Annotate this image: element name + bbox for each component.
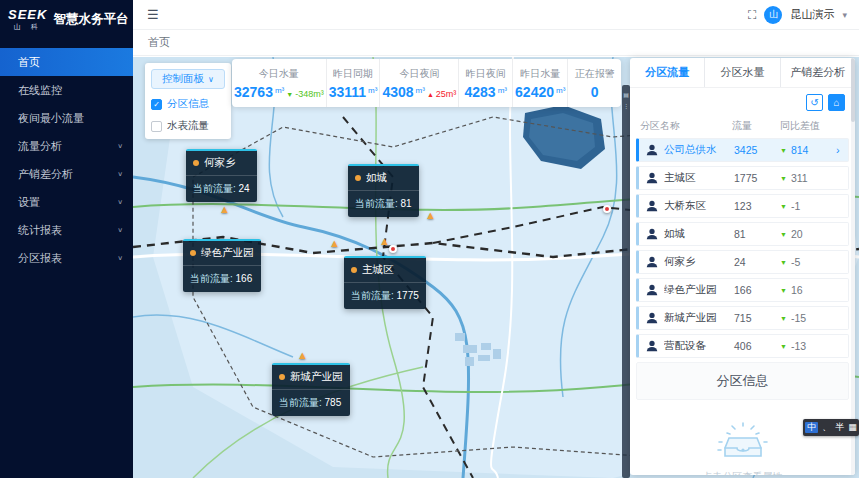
stat-value: 33111 <box>329 84 366 100</box>
table-row[interactable]: 新城产业园 715 ▼ -15 <box>636 306 849 330</box>
sidebar-item[interactable]: 分区报表 ∨ <box>0 244 133 272</box>
stat-value: 4283 <box>464 84 495 100</box>
sidebar-item[interactable]: 流量分析 ∨ <box>0 132 133 160</box>
map-callout[interactable]: 新城产业园 当前流量: 785 <box>272 363 350 416</box>
ime-toolbar[interactable]: 中 、 半 ▦ <box>803 419 859 436</box>
collapse-sidebar-icon[interactable]: ☰ <box>147 7 159 22</box>
zone-name: 主城区 <box>362 263 394 277</box>
metric-label: 当前流量: <box>279 397 322 408</box>
arrow-down-icon: ▼ <box>780 287 787 294</box>
stat-label: 今日水量 <box>259 67 299 81</box>
zone-name: 大桥东区 <box>664 199 734 213</box>
zone-user-icon <box>645 143 659 157</box>
panel-tab[interactable]: 分区流量 <box>630 58 704 87</box>
zone-name: 绿色产业园 <box>201 246 254 260</box>
zone-flow: 24 <box>734 256 780 268</box>
breadcrumb[interactable]: 首页 <box>133 30 859 56</box>
zone-flow: 123 <box>734 200 780 212</box>
map-marker-icon[interactable]: ▲ <box>297 349 308 361</box>
dot-icon <box>351 267 357 273</box>
map-marker-icon[interactable]: ▲ <box>379 235 390 247</box>
panel-tab[interactable]: 分区水量 <box>704 58 779 87</box>
metric-value: 1775 <box>397 290 419 301</box>
avatar[interactable]: 山 <box>764 6 782 24</box>
sidebar: SEEK 山 科 智慧水务平台 首页 在线监控 夜间最小流量 <box>0 0 133 478</box>
scrollbar-thumb[interactable] <box>851 58 855 122</box>
zone-diff: 311 <box>791 172 808 184</box>
sidebar-item-label: 产销差分析 <box>18 167 73 182</box>
arrow-down-icon: ▼ <box>780 203 787 210</box>
undo-button[interactable]: ↺ <box>806 94 823 111</box>
sidebar-item-label: 首页 <box>18 55 40 70</box>
zone-diff: 814 <box>791 144 809 156</box>
map-marker-icon[interactable]: ▲ <box>219 203 230 215</box>
zone-user-icon <box>645 171 659 185</box>
arrow-down-icon: ▼ <box>780 343 787 350</box>
main-area: ☰ ⛶ 山 昆山演示 ▾ 首页 <box>133 0 859 478</box>
chevron-right-icon: › <box>836 144 848 156</box>
panel-tabs: 分区流量 分区水量 产销差分析 <box>630 58 855 88</box>
map-callout[interactable]: 绿色产业园 当前流量: 166 <box>183 239 261 292</box>
ime-keyboard-icon[interactable]: ▦ <box>848 423 857 432</box>
table-row[interactable]: 绿色产业园 166 ▼ 16 <box>636 278 849 302</box>
map-control-panel: 控制面板 ∨ 分区信息 水表流量 <box>145 63 231 139</box>
empty-state-caption: 点击分区查看属性 <box>703 470 783 475</box>
panel-scrollbar[interactable] <box>851 58 855 475</box>
metric-label: 当前流量: <box>351 290 394 301</box>
app-title: 智慧水务平台 <box>53 11 128 28</box>
sidebar-item[interactable]: 首页 <box>0 48 133 76</box>
stat-unit: m³ <box>275 86 284 95</box>
metric-label: 当前流量: <box>190 273 233 284</box>
metric-value: 785 <box>325 397 342 408</box>
stat-card: 昨日同期 33111m³ <box>327 59 381 107</box>
sidebar-item[interactable]: 在线监控 <box>0 76 133 104</box>
layer-drawer-handle[interactable]: ▤ ⋮ <box>622 85 630 478</box>
user-name[interactable]: 昆山演示 <box>790 7 834 22</box>
table-row[interactable]: 何家乡 24 ▼ -5 <box>636 250 849 274</box>
sidebar-item[interactable]: 产销差分析 ∨ <box>0 160 133 188</box>
map-callout[interactable]: 主城区 当前流量: 1775 <box>344 256 426 309</box>
dot-icon <box>193 160 199 166</box>
home-icon: ⌂ <box>833 97 839 108</box>
table-row[interactable]: 如城 81 ▼ 20 <box>636 222 849 246</box>
arrow-down-icon: ▼ <box>780 315 787 322</box>
ime-width-button[interactable]: 半 <box>835 423 844 432</box>
top-bar: ☰ ⛶ 山 昆山演示 ▾ <box>133 0 859 30</box>
sidebar-item[interactable]: 设置 ∨ <box>0 188 133 216</box>
panel-tab[interactable]: 产销差分析 <box>780 58 855 87</box>
checkbox-icon <box>151 99 162 110</box>
zone-diff: 20 <box>791 228 803 240</box>
ime-lang-button[interactable]: 中 <box>805 422 818 433</box>
table-row[interactable]: 主城区 1775 ▼ 311 <box>636 166 849 190</box>
tab-label: 分区流量 <box>645 65 689 80</box>
ime-punct-button[interactable]: 、 <box>822 423 831 432</box>
fullscreen-icon[interactable]: ⛶ <box>748 8 756 22</box>
sidebar-item[interactable]: 统计报表 ∨ <box>0 216 133 244</box>
sidebar-item[interactable]: 夜间最小流量 <box>0 104 133 132</box>
table-row[interactable]: 大桥东区 123 ▼ -1 <box>636 194 849 218</box>
zone-name: 绿色产业园 <box>664 283 734 297</box>
control-panel-button[interactable]: 控制面板 ∨ <box>151 69 225 89</box>
sidebar-item-label: 夜间最小流量 <box>18 111 84 126</box>
zone-diff: -1 <box>791 200 800 212</box>
map-callout[interactable]: 如城 当前流量: 81 <box>348 164 419 217</box>
chevron-down-icon: ∨ <box>117 170 123 177</box>
table-row[interactable]: 公司总供水 3425 ▼ 814 › <box>636 138 849 162</box>
stat-label: 正在报警 <box>575 67 615 81</box>
metric-label: 当前流量: <box>355 198 398 209</box>
table-row[interactable]: 营配设备 406 ▼ -13 <box>636 334 849 358</box>
sidebar-item-label: 统计报表 <box>18 223 62 238</box>
checkbox-zone-info[interactable]: 分区信息 <box>151 97 225 111</box>
map-marker-icon[interactable]: ▲ <box>425 209 436 221</box>
undo-icon: ↺ <box>810 97 818 108</box>
map-pin-icon[interactable] <box>389 245 397 253</box>
map-marker-icon[interactable]: ▲ <box>329 237 340 249</box>
checkbox-meter-flow[interactable]: 水表流量 <box>151 119 225 133</box>
stat-delta: -348m³ <box>295 89 324 99</box>
home-button[interactable]: ⌂ <box>828 94 845 111</box>
map-pin-icon[interactable] <box>603 205 611 213</box>
metric-value: 166 <box>236 273 253 284</box>
map-callout[interactable]: 何家乡 当前流量: 24 <box>186 149 257 202</box>
control-panel-label: 控制面板 <box>162 72 204 86</box>
stat-value: 4308 <box>382 84 413 100</box>
